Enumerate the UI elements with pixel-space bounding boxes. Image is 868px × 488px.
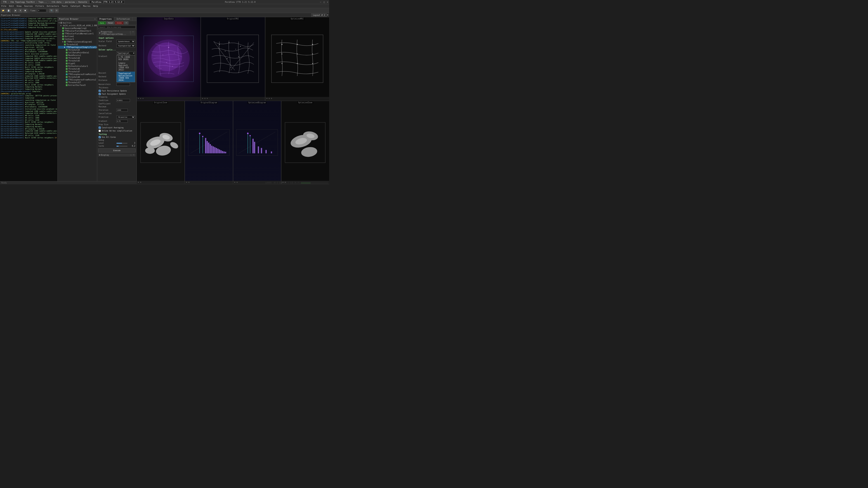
- reset-camera-button[interactable]: ⊡: [55, 9, 59, 12]
- tree-item-normalizer[interactable]: TTKScalarFieldNormalizer1: [58, 32, 96, 35]
- tree-item-python[interactable]: PythonCalculator1: [58, 65, 96, 68]
- vp-fit-icon[interactable]: ⊡: [140, 98, 142, 99]
- dropdown-item-topo[interactable]: Topological Optimization (IEEE VIS 2024): [117, 72, 135, 82]
- tree-item-icospheres2[interactable]: TTKIcospheresFromPoints2: [58, 78, 96, 81]
- gradient2-input[interactable]: [116, 120, 128, 123]
- menu-view[interactable]: View: [17, 5, 22, 7]
- props-section-header[interactable]: ▼ Properties (TTKTopologicalSimp... ⚙ 👁 …: [98, 30, 135, 36]
- tree-item-threshold1[interactable]: Threshold1: [58, 43, 96, 46]
- tree-item-threshold4[interactable]: Threshold4: [58, 57, 96, 59]
- vp-fit-icon[interactable]: ⊡: [140, 182, 142, 183]
- vp-fit-icon[interactable]: ⊡: [204, 98, 206, 99]
- tab-information[interactable]: Information: [114, 17, 132, 21]
- primitive-select[interactable]: Fill and Cut: [116, 116, 135, 119]
- viewport-optimized-diagram[interactable]: OptimizedDiagram: [233, 101, 281, 184]
- menu-file[interactable]: File: [1, 5, 6, 7]
- vp-menu-icon[interactable]: ≡: [271, 98, 272, 99]
- window-controls[interactable]: — □ ✕: [320, 1, 328, 3]
- vp-orient-icon[interactable]: ⊕: [137, 182, 139, 183]
- tree-item-threshold7[interactable]: Threshold7: [58, 70, 96, 73]
- condition-input[interactable]: [116, 99, 130, 102]
- open-button[interactable]: 📁: [1, 9, 5, 12]
- tree-item-maskpoints[interactable]: MaskPoints1: [58, 54, 96, 57]
- vp-fit-icon[interactable]: ⊡: [188, 182, 190, 183]
- menu-macros[interactable]: Macros: [83, 5, 91, 7]
- vp-menu-icon[interactable]: ≡: [142, 98, 144, 99]
- menu-help[interactable]: Help: [93, 5, 98, 7]
- maximize-btn[interactable]: □: [323, 1, 324, 3]
- tree-item-smoother[interactable]: TTKScalarFieldSmoother1: [58, 30, 96, 32]
- layout-dropdown-icon[interactable]: ▼: [327, 14, 328, 16]
- viewport-original-diagram[interactable]: OriginalDiagram: [185, 101, 233, 184]
- vp-orient-icon[interactable]: ⊕: [137, 98, 139, 99]
- fast-persistence-checkbox[interactable]: [98, 90, 101, 92]
- console-panel[interactable]: [ScatterPloteSaddleSaddle] Computed 1497…: [0, 17, 58, 184]
- save-button[interactable]: 💾: [6, 9, 11, 12]
- viewport-optimized-msc[interactable]: OptimizedMSC: [266, 17, 329, 101]
- menu-edit[interactable]: Edit: [9, 5, 14, 7]
- help-button[interactable]: ?: [124, 22, 128, 24]
- tree-item-builtin[interactable]: ▼ builtin:: [58, 22, 96, 24]
- tab-properties[interactable]: Properties: [97, 17, 114, 21]
- iteration-input[interactable]: [116, 109, 128, 111]
- display-section-header[interactable]: ▼ Display ⚙ 👁: [98, 153, 135, 157]
- vp-orient-icon[interactable]: ⊕: [266, 98, 268, 99]
- time-input[interactable]: [37, 9, 46, 12]
- tab-konsole[interactable]: ttk-data : paraview — Konsole: [50, 0, 89, 4]
- camera-button[interactable]: 📷: [49, 9, 54, 12]
- fast-assignment-checkbox[interactable]: [98, 93, 101, 95]
- play-button[interactable]: ▶: [14, 9, 18, 12]
- wasserstein-input[interactable]: [116, 83, 130, 86]
- dropdown-item-legacy[interactable]: Legacy Approach (IEEE VIS 2012): [117, 61, 135, 72]
- minimize-btn[interactable]: —: [320, 1, 321, 3]
- tree-item-icospheres1[interactable]: TTKIcospheresFromPoints1: [58, 73, 96, 76]
- menu-catalyst[interactable]: Catalyst: [70, 5, 80, 7]
- vp-orient-icon[interactable]: ⊕: [234, 182, 236, 183]
- tree-item-ds14[interactable]: ▼ ds14_scivis_0128_e4_dt04_1.0000.vtp: [58, 24, 96, 27]
- tree-item-threshold8[interactable]: Threshold8: [58, 76, 96, 78]
- vp-fit-icon[interactable]: ⊡: [268, 98, 270, 99]
- dropdown-item-lts[interactable]: L-TS (IEEE VIS 2020): [117, 55, 135, 61]
- viewport-original-msc[interactable]: OriginalMSC: [201, 17, 265, 101]
- pause-button[interactable]: ⏸: [18, 9, 22, 12]
- tab-paraview[interactable]: ParaView [TTK 1.2] 5.12.0: [90, 0, 124, 4]
- menu-sources[interactable]: Sources: [24, 5, 33, 7]
- tree-item-threshold17[interactable]: Threshold17: [58, 81, 96, 84]
- delete-button[interactable]: Delete: [115, 22, 123, 24]
- stop-button[interactable]: ⏹: [23, 9, 27, 12]
- section-icons[interactable]: ⚙ 👁 ?: [130, 31, 135, 35]
- tree-item-extract[interactable]: ExtractSurface5: [58, 84, 96, 87]
- apply-button[interactable]: Apply: [98, 22, 106, 24]
- vp-orient-icon[interactable]: ⊕: [282, 182, 284, 183]
- search-input[interactable]: [98, 26, 135, 29]
- viewport-original-zoom[interactable]: OriginalZoom: [137, 101, 185, 184]
- execute-button[interactable]: Execute: [98, 149, 135, 153]
- close-btn[interactable]: ✕: [327, 1, 328, 3]
- vp-orient-icon[interactable]: ⊕: [186, 182, 187, 183]
- menu-filters[interactable]: Filters: [35, 5, 44, 7]
- cache-slider[interactable]: [116, 146, 127, 147]
- reset-button[interactable]: Reset: [106, 22, 114, 24]
- tab-ttk[interactable]: TTK - the Topology ToolKit - Topo...: [1, 0, 49, 4]
- vp-menu-icon[interactable]: ≡: [206, 98, 208, 99]
- tree-item-persistence[interactable]: ▼ TTKPersistenceDiagram1: [58, 40, 96, 43]
- menu-tools[interactable]: Tools: [62, 5, 68, 7]
- pipeline-close-icon[interactable]: ✕: [94, 18, 96, 20]
- menu-extractors[interactable]: Extractors: [47, 5, 59, 7]
- scalar-field-select[interactable]: SplatterValues: [116, 40, 135, 43]
- online-adhoc-checkbox[interactable]: [98, 130, 101, 132]
- use-all-cores-checkbox[interactable]: [98, 136, 101, 138]
- vp-fit-icon[interactable]: ⊡: [284, 182, 286, 183]
- tree-item-gaussian[interactable]: GaussianResampling1: [58, 27, 96, 30]
- tree-item-threshold6[interactable]: Threshold6: [58, 68, 96, 70]
- tree-item-threshold3[interactable]: Threshold3: [58, 48, 96, 51]
- viewport-optimized-zoom[interactable]: OptimizedZoom: [281, 101, 329, 184]
- vp-fit-icon[interactable]: ⊡: [236, 182, 238, 183]
- tree-item-threshold5[interactable]: Threshold5: [58, 59, 96, 62]
- backend-select[interactable]: Topological Optimization (IEEE VIS 2024): [116, 44, 135, 47]
- layout-select[interactable]: Layout # 2: [311, 13, 327, 17]
- tree-item-celldatapoint[interactable]: CellDataPointData1: [58, 51, 96, 54]
- props-content[interactable]: ▼ Properties (TTKTopologicalSimp... ⚙ 👁 …: [97, 29, 136, 184]
- constraint-averaging-checkbox[interactable]: [98, 127, 101, 129]
- tree-item-topological-simp[interactable]: ▼ TTKTopologicalSimplification1: [58, 46, 96, 48]
